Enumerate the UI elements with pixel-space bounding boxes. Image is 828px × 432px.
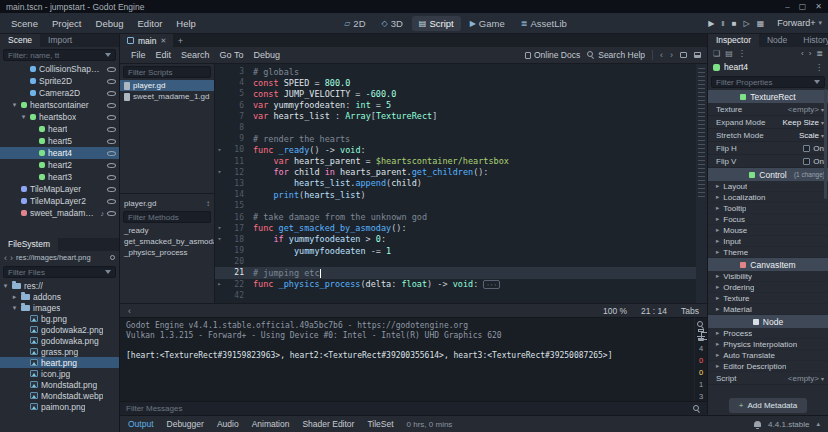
code-line-7[interactable]: 7var hearts_list : Array[TextureRect] — [215, 111, 707, 122]
code-line-17[interactable]: ▾17func get_smacked_by_asmoday(): — [215, 223, 707, 234]
group-material[interactable]: ▸Material — [708, 304, 828, 315]
scene-node-heartscontainer[interactable]: ▾heartscontainer — [0, 99, 119, 111]
workspace-3d[interactable]: ◇3D — [375, 16, 410, 31]
script-item-player-gd[interactable]: player.gd — [120, 80, 214, 91]
fold-toggle-icon[interactable]: ▾ — [215, 168, 224, 176]
online-docs-button[interactable]: Online Docs — [525, 50, 580, 60]
group-auto-translate[interactable]: ▸Auto Translate — [708, 350, 828, 361]
visibility-eye-icon[interactable] — [107, 101, 116, 109]
load-resource-icon[interactable]: ▤ — [725, 49, 733, 58]
code-line-14[interactable]: 14 print(hearts_list) — [215, 189, 707, 200]
scene-node-heart[interactable]: heart — [0, 123, 119, 135]
script-menu-search[interactable]: Search — [176, 50, 215, 60]
visibility-eye-icon[interactable] — [107, 209, 116, 217]
menu-editor[interactable]: Editor — [131, 18, 170, 29]
scene-node-collisionshape2d[interactable]: CollisionShape2D — [0, 63, 119, 75]
code-editor[interactable]: 3# globals4const SPEED = 800.05const JUM… — [215, 64, 707, 303]
message-count-toggle[interactable]: 0 — [699, 357, 703, 365]
expander-icon[interactable]: ▾ — [20, 113, 27, 121]
inspector-scrollbar[interactable] — [824, 89, 827, 199]
workspace-assetlib[interactable]: ≣AssetLib — [514, 16, 574, 31]
scene-node-heart3[interactable]: heart3 — [0, 171, 119, 183]
method-item-get-smacked-by-asmoday[interactable]: get_smacked_by_asmoday — [120, 236, 214, 247]
inspector-tab-node[interactable]: Node — [759, 34, 795, 47]
inspector-tab-inspector[interactable]: Inspector — [708, 34, 759, 47]
script-menu-edit[interactable]: Edit — [151, 50, 177, 60]
code-line-15[interactable]: 15 — [215, 200, 707, 211]
bottom-tab-audio[interactable]: Audio — [217, 419, 239, 429]
category-canvasitem[interactable]: CanvasItem — [708, 258, 828, 271]
pause-button[interactable]: ‖ — [721, 19, 724, 28]
new-resource-icon[interactable]: ❏ — [713, 49, 720, 58]
history-list-icon[interactable]: ≣ — [816, 49, 823, 58]
collapse-panel-icon[interactable]: ▴ — [816, 420, 820, 428]
history-back-icon[interactable]: ‹ — [801, 49, 804, 58]
filter-scripts-input[interactable]: Filter Scripts — [123, 66, 211, 78]
code-line-18[interactable]: ▾18 if yummyfoodeaten > 0: — [215, 234, 707, 245]
fold-toggle-icon[interactable]: ▾ — [215, 146, 224, 154]
scene-node-tilemaplayer[interactable]: TileMapLayer — [0, 183, 119, 195]
fs-item-res-[interactable]: ▾res:// — [0, 280, 119, 291]
visibility-eye-icon[interactable] — [107, 197, 116, 205]
fs-item-godotwaka2-png[interactable]: godotwaka2.png — [0, 324, 119, 335]
search-output-icon[interactable] — [697, 321, 705, 325]
history-back-icon[interactable]: ‹ — [660, 50, 663, 60]
dock-tab-scene[interactable]: Scene — [0, 34, 40, 47]
extra-options-icon[interactable]: ⋮ — [738, 49, 746, 58]
property-value-dropdown[interactable]: <empty>▾ — [788, 105, 824, 114]
scene-tab-main[interactable]: main ✕ — [120, 34, 173, 47]
category-control[interactable]: Control(1 change) — [708, 168, 828, 181]
group-ordering[interactable]: ▸Ordering — [708, 282, 828, 293]
group-mouse[interactable]: ▸Mouse — [708, 225, 828, 236]
visibility-eye-icon[interactable] — [107, 113, 116, 121]
message-count-toggle[interactable]: 3 — [699, 393, 703, 401]
object-options-icon[interactable]: ⋮ — [815, 63, 823, 72]
code-line-21[interactable]: 21# jumping etc — [215, 267, 707, 278]
filter-messages-bar[interactable]: Filter Messages — [120, 401, 707, 415]
menu-debug[interactable]: Debug — [89, 18, 131, 29]
notifications-bell-icon[interactable] — [754, 421, 761, 427]
fold-toggle-icon[interactable]: ▸ — [215, 280, 224, 288]
group-localization[interactable]: ▸Localization — [708, 192, 828, 203]
close-button[interactable]: ✕ — [815, 2, 822, 11]
version-label[interactable]: 4.4.1.stable — [768, 420, 809, 429]
fs-item-mondstadt-webp[interactable]: Mondstadt.webp — [0, 390, 119, 401]
fs-item-godotwaka-png[interactable]: godotwaka.png — [0, 335, 119, 346]
scene-node-heart4[interactable]: heart4 — [0, 147, 119, 159]
divider[interactable] — [120, 193, 214, 194]
code-line-22[interactable]: ▸22func _physics_process(delta: float) -… — [215, 279, 707, 290]
fs-item-addons[interactable]: ▸addons — [0, 291, 119, 302]
float-panel-icon[interactable] — [680, 52, 687, 58]
sort-icon[interactable]: ↕ — [206, 199, 210, 208]
folded-code-indicator[interactable]: ··· — [483, 280, 500, 289]
code-line-11[interactable]: 11 var hearts_parent = $heartscontainer/… — [215, 156, 707, 167]
code-minimap[interactable] — [696, 64, 707, 303]
history-forward-icon[interactable]: › — [809, 49, 812, 58]
expander-icon[interactable]: ▾ — [11, 304, 18, 312]
message-count-toggle[interactable]: 0 — [699, 369, 703, 377]
expander-icon[interactable]: ▸ — [11, 293, 18, 301]
code-line-9[interactable]: 9# render the hearts — [215, 133, 707, 144]
group-editor-description[interactable]: ▸Editor Description — [708, 361, 828, 372]
code-line-5[interactable]: 5const JUMP_VELOCITY = -600.0 — [215, 88, 707, 99]
fold-toggle-icon[interactable]: ▾ — [215, 224, 224, 232]
group-layout[interactable]: ▸Layout — [708, 181, 828, 192]
method-item--ready[interactable]: _ready — [120, 225, 214, 236]
add-scene-tab-button[interactable]: + — [173, 34, 187, 47]
visibility-eye-icon[interactable] — [107, 65, 116, 73]
menu-help[interactable]: Help — [169, 18, 203, 29]
filter-properties-input[interactable]: Filter Properties — [711, 76, 825, 88]
fold-toggle-icon[interactable]: ▾ — [215, 235, 224, 243]
message-count-toggle[interactable]: 1 — [699, 381, 703, 389]
code-line-8[interactable]: 8 — [215, 122, 707, 133]
fs-filter-input[interactable]: Filter Files — [3, 266, 116, 278]
visibility-eye-icon[interactable] — [107, 149, 116, 157]
scene-filter-input[interactable]: Filter: name, tt — [3, 49, 116, 61]
maximize-button[interactable]: ▢ — [799, 2, 807, 11]
property-value-dropdown[interactable]: Scale▾ — [799, 131, 824, 140]
history-forward-icon[interactable]: › — [670, 50, 673, 60]
code-line-16[interactable]: 16# take damage from the unknown god — [215, 211, 707, 222]
group-tooltip[interactable]: ▸Tooltip — [708, 203, 828, 214]
code-line-42[interactable]: 42 — [215, 290, 707, 301]
scene-node-heart5[interactable]: heart5 — [0, 135, 119, 147]
